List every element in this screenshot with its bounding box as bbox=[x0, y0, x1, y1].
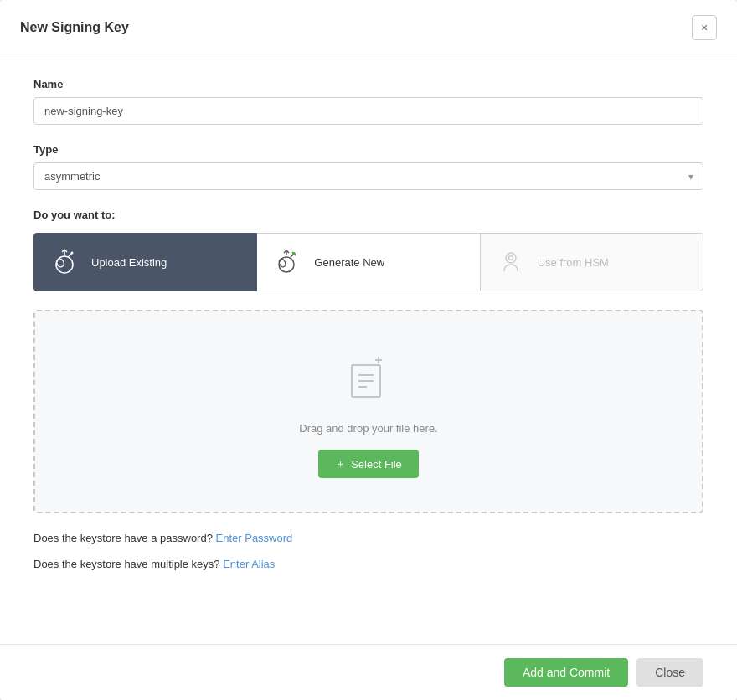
alias-row: Does the keystore have multiple keys? En… bbox=[34, 558, 704, 570]
enter-password-link[interactable]: Enter Password bbox=[216, 532, 293, 544]
password-row: Does the keystore have a password? Enter… bbox=[34, 532, 704, 544]
want-label: Do you want to: bbox=[34, 208, 704, 221]
plus-icon: ＋ bbox=[335, 456, 346, 471]
close-icon: × bbox=[701, 21, 708, 34]
type-select-wrapper: asymmetric symmetric ▾ bbox=[34, 162, 704, 190]
modal-header: New Signing Key × bbox=[0, 0, 737, 54]
drop-zone-text: Drag and drop your file here. bbox=[299, 422, 437, 435]
generate-new-label: Generate New bbox=[314, 256, 384, 269]
close-button[interactable]: Close bbox=[636, 658, 704, 687]
use-from-hsm-icon bbox=[494, 245, 528, 279]
new-signing-key-modal: New Signing Key × Name Type asymmetric s… bbox=[0, 0, 737, 700]
alias-question: Does the keystore have multiple keys? bbox=[34, 558, 220, 570]
svg-point-12 bbox=[506, 253, 516, 263]
add-and-commit-button[interactable]: Add and Commit bbox=[504, 658, 628, 687]
select-file-button[interactable]: ＋ Select File bbox=[318, 450, 419, 478]
name-field-group: Name bbox=[34, 78, 704, 125]
svg-point-4 bbox=[71, 252, 74, 255]
use-from-hsm-option[interactable]: Use from HSM bbox=[481, 233, 704, 291]
password-question: Does the keystore have a password? bbox=[34, 532, 213, 544]
name-input[interactable] bbox=[34, 97, 704, 125]
generate-new-option[interactable]: Generate New bbox=[257, 233, 480, 291]
upload-existing-label: Upload Existing bbox=[91, 256, 167, 269]
select-file-label: Select File bbox=[351, 458, 402, 471]
type-label: Type bbox=[34, 143, 704, 156]
modal-body: Name Type asymmetric symmetric ▾ Do you … bbox=[0, 54, 737, 604]
want-to-group: Do you want to: Upload Exi bbox=[34, 208, 704, 291]
type-select[interactable]: asymmetric symmetric bbox=[34, 162, 704, 190]
type-field-group: Type asymmetric symmetric ▾ bbox=[34, 143, 704, 190]
modal-title: New Signing Key bbox=[20, 20, 129, 35]
svg-point-13 bbox=[508, 256, 513, 260]
close-icon-button[interactable]: × bbox=[692, 15, 717, 40]
file-upload-icon bbox=[343, 353, 394, 407]
upload-existing-option[interactable]: Upload Existing bbox=[34, 233, 257, 291]
upload-existing-icon bbox=[48, 245, 81, 279]
options-row: Upload Existing bbox=[34, 233, 704, 291]
use-from-hsm-label: Use from HSM bbox=[538, 256, 609, 269]
svg-point-1 bbox=[56, 258, 65, 268]
name-label: Name bbox=[34, 78, 704, 90]
file-drop-zone[interactable]: Drag and drop your file here. ＋ Select F… bbox=[34, 310, 704, 513]
modal-footer: Add and Commit Close bbox=[0, 644, 737, 700]
generate-new-icon bbox=[271, 245, 304, 279]
enter-alias-link[interactable]: Enter Alias bbox=[223, 558, 275, 570]
